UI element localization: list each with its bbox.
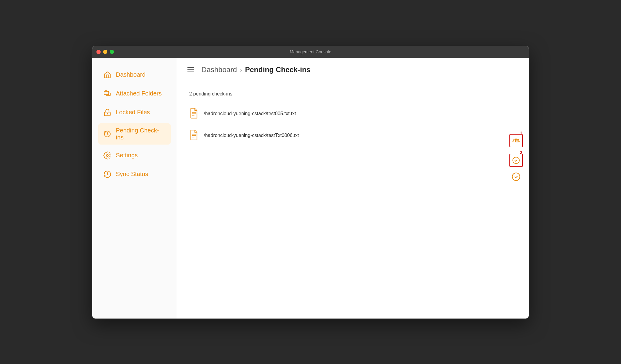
sync-status-icon (103, 170, 112, 179)
sidebar-item-dashboard[interactable]: Dashboard (98, 67, 171, 83)
close-button[interactable] (96, 50, 101, 54)
window-title: Management Console (290, 49, 331, 54)
attached-folders-icon (103, 89, 112, 98)
file-icon-2 (189, 129, 199, 142)
sidebar-item-locked-files[interactable]: Locked Files (98, 105, 171, 120)
svg-rect-0 (104, 91, 109, 95)
sidebar-item-sync-status[interactable]: Sync Status (98, 166, 171, 182)
header: Dashboard › Pending Check-ins (177, 58, 529, 82)
svg-point-12 (513, 157, 519, 164)
sidebar-label-dashboard: Dashboard (116, 71, 146, 78)
svg-point-2 (107, 113, 108, 114)
app-window: Management Console Dashboard (92, 46, 529, 319)
file-list: /hadroncloud-yuening-cstack/test005.txt.… (189, 104, 517, 145)
action-row-1: 1 (509, 131, 523, 147)
sidebar-item-attached-folders[interactable]: Attached Folders (98, 86, 171, 102)
content-area: 2 pending check-ins /hadr (177, 82, 529, 319)
sidebar-item-settings[interactable]: Settings (98, 148, 171, 163)
home-icon (103, 71, 112, 79)
file-path-1: /hadroncloud-yuening-cstack/test005.txt.… (204, 111, 296, 116)
title-bar: Management Console (92, 46, 529, 58)
maximize-button[interactable] (110, 50, 114, 54)
file-item-1: /hadroncloud-yuening-cstack/test005.txt.… (189, 104, 517, 123)
sidebar-item-pending-checkins[interactable]: Pending Check-ins (98, 123, 171, 145)
sidebar-label-sync-status: Sync Status (116, 171, 148, 178)
file-item-2: /hadroncloud-yuening-cstack/testTxt0006.… (189, 126, 517, 145)
sidebar-label-locked-files: Locked Files (116, 109, 150, 116)
menu-toggle-button[interactable] (186, 66, 195, 73)
pending-checkins-icon (103, 130, 112, 138)
app-body: Dashboard Attached Folders (92, 58, 529, 319)
locked-files-icon (103, 108, 112, 117)
approve-first-button[interactable] (509, 154, 523, 167)
settings-icon (103, 151, 112, 160)
breadcrumb-current: Pending Check-ins (245, 65, 310, 74)
traffic-lights (96, 50, 114, 54)
svg-point-13 (512, 173, 520, 180)
svg-point-4 (106, 154, 109, 156)
sidebar-label-attached-folders: Attached Folders (116, 90, 162, 97)
checkin-all-button[interactable] (509, 134, 523, 147)
sidebar: Dashboard Attached Folders (92, 58, 177, 319)
main-content: Dashboard › Pending Check-ins 2 pending … (177, 58, 529, 319)
sidebar-label-settings: Settings (116, 152, 138, 159)
sidebar-label-pending-checkins: Pending Check-ins (116, 127, 166, 141)
breadcrumb-home[interactable]: Dashboard (201, 65, 237, 74)
minimize-button[interactable] (103, 50, 107, 54)
pending-count-label: 2 pending check-ins (189, 91, 517, 97)
breadcrumb: Dashboard › Pending Check-ins (201, 65, 310, 74)
file-icon-1 (189, 108, 199, 120)
breadcrumb-separator: › (240, 66, 242, 73)
action-buttons: 1 2 (509, 131, 523, 183)
file-path-2: /hadroncloud-yuening-cstack/testTxt0006.… (204, 133, 299, 138)
action-row-2: 2 (509, 150, 523, 167)
approve-second-button[interactable] (509, 170, 523, 183)
